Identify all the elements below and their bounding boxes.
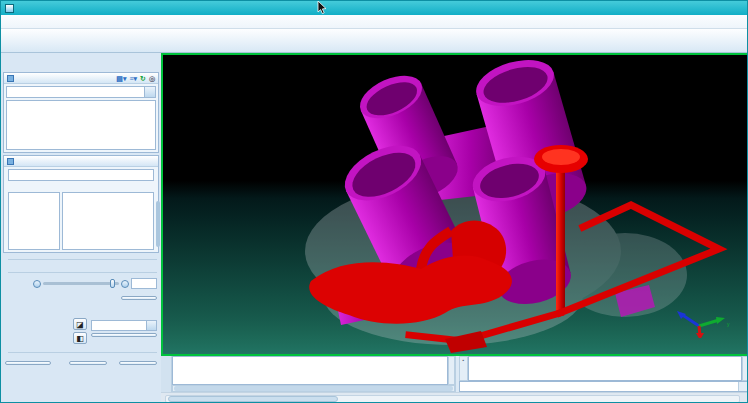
update-button[interactable]: [121, 296, 157, 300]
explorer-header-tools: ▤▾ ≡▾ ↻ ◎: [116, 74, 155, 83]
history-dropdown-icon[interactable]: [738, 382, 748, 391]
title-bar: [1, 1, 747, 15]
step-value-input[interactable]: [131, 278, 157, 289]
settings-button[interactable]: [91, 333, 157, 337]
animation-toolbar-section: [3, 268, 159, 307]
picture-types-section: ◪ ◧: [3, 309, 159, 346]
python-command-input[interactable]: [459, 381, 748, 392]
close-panel-button[interactable]: [119, 361, 157, 365]
console-hscroll-thumb[interactable]: [174, 386, 453, 391]
explorer-tree: [6, 100, 156, 150]
toolbar: [1, 29, 747, 53]
step-slider-thumb[interactable]: [110, 279, 115, 288]
python-vscrollbar[interactable]: [742, 356, 748, 381]
app-icon: [5, 4, 14, 13]
svg-text:y: y: [727, 321, 730, 327]
scale-button[interactable]: [69, 361, 107, 365]
contour-panel-icon: [7, 158, 14, 165]
mouse-cursor: [317, 1, 327, 15]
close-button[interactable]: [727, 3, 743, 14]
logo-axis-triad: y: [653, 308, 739, 338]
vectors-dropdown-arrow[interactable]: [146, 321, 156, 330]
application-window: ▤▾ ≡▾ ↻ ◎: [0, 0, 748, 403]
file-name-label: [4, 167, 158, 168]
refresh-icon[interactable]: ↻: [140, 74, 146, 83]
explorer-group: ▤▾ ≡▾ ↻ ◎: [3, 72, 159, 153]
bottom-scroll-strip: [161, 392, 748, 403]
dock-controls: [1, 53, 161, 60]
console-output[interactable]: [172, 356, 448, 385]
scale-minmax-section: [3, 348, 159, 359]
tree-options-icon[interactable]: ◎: [149, 74, 155, 83]
results-list: [62, 192, 154, 250]
contour-panel-group: [3, 155, 159, 253]
python-console-gutter: ▪: [459, 356, 468, 381]
procast-logo: y: [653, 308, 739, 352]
results-label: [62, 184, 154, 192]
step-slider[interactable]: [43, 282, 119, 285]
python-console-output[interactable]: [468, 356, 742, 381]
left-panel-scrollbar[interactable]: [156, 201, 160, 247]
slice-tool-icon[interactable]: ◪: [73, 318, 87, 330]
viewport-3d[interactable]: y: [161, 53, 748, 356]
menu-bar: [1, 15, 747, 29]
animation-button[interactable]: [5, 361, 51, 365]
console-tab[interactable]: [161, 356, 172, 392]
tree-sort-icon[interactable]: ≡▾: [129, 74, 137, 83]
vectors-dropdown[interactable]: [91, 320, 157, 331]
restore-button[interactable]: [711, 3, 727, 14]
console-vscrollbar[interactable]: [448, 356, 455, 385]
categories-label: [8, 184, 60, 192]
python-console: ▪: [456, 356, 748, 392]
panel-tabs: [1, 60, 161, 72]
horizontal-scrollbar[interactable]: [165, 395, 740, 403]
step-increment-button[interactable]: [121, 280, 129, 288]
combo-arrow-icon[interactable]: [144, 87, 155, 97]
cutoff-tool-icon[interactable]: ◧: [73, 332, 87, 344]
horizontal-scroll-thumb[interactable]: [168, 396, 338, 402]
step-decrement-button[interactable]: [33, 280, 41, 288]
message-console: [161, 356, 456, 392]
minimize-button[interactable]: [695, 3, 711, 14]
tree-filter-icon[interactable]: ▤▾: [116, 74, 126, 83]
model-combo[interactable]: [6, 86, 156, 98]
display-type-section: [3, 255, 159, 266]
file-name-input[interactable]: [8, 169, 154, 181]
explorer-icon: [7, 75, 14, 82]
left-dock-panel: ▤▾ ≡▾ ↻ ◎: [1, 53, 161, 403]
console-hscrollbar[interactable]: [172, 385, 455, 392]
categories-list: [8, 192, 60, 250]
